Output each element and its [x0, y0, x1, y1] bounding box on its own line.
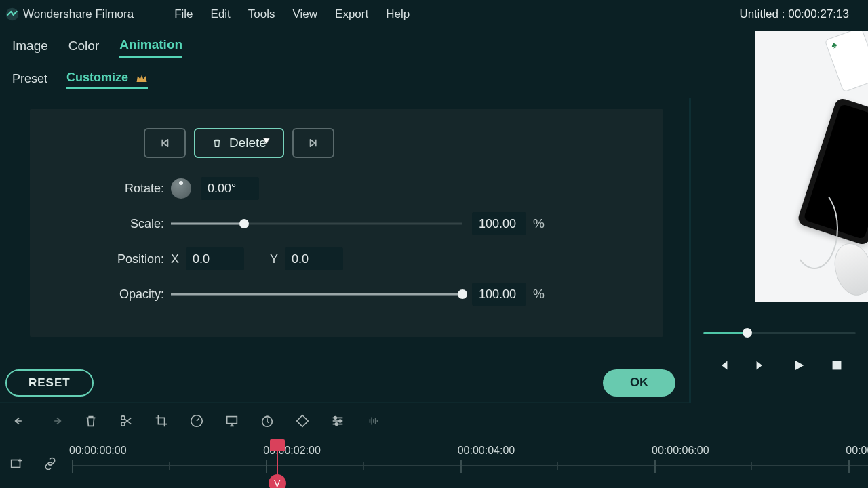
svg-rect-1: [832, 361, 841, 370]
scale-label: Scale:: [49, 217, 171, 231]
menu-file[interactable]: File: [174, 7, 193, 21]
opacity-label: Opacity:: [49, 287, 171, 302]
transport-controls: [691, 357, 868, 374]
keyframe-button[interactable]: [294, 413, 311, 429]
duration-button[interactable]: [259, 413, 275, 429]
subtab-preset[interactable]: Preset: [12, 72, 47, 89]
properties-column: Delete Rotate: Scale:: [0, 98, 689, 403]
reset-button[interactable]: RESET: [5, 369, 94, 396]
main-tabs: Image Color Animation: [0, 28, 868, 64]
add-track-button[interactable]: [8, 455, 24, 472]
speed-button[interactable]: [189, 413, 205, 429]
svg-rect-5: [227, 417, 237, 424]
time-label: 00:00:04:00: [458, 445, 515, 457]
redo-button[interactable]: [47, 413, 64, 429]
audio-button[interactable]: [365, 413, 381, 429]
panel-footer: RESET OK: [0, 363, 689, 403]
preview-canvas[interactable]: [755, 30, 868, 302]
link-icon: [43, 456, 58, 471]
skip-back-icon: [159, 137, 171, 149]
menu-items: File Edit Tools View Export Help: [174, 7, 410, 21]
step-forward-icon: [753, 358, 768, 373]
delete-button[interactable]: [83, 413, 99, 429]
rotate-label: Rotate:: [49, 182, 171, 196]
undo-button[interactable]: [12, 413, 28, 429]
preview-progress-thumb[interactable]: [743, 328, 752, 338]
preview-progress[interactable]: [703, 331, 856, 335]
play-button[interactable]: [790, 357, 808, 374]
scale-input[interactable]: [472, 212, 526, 235]
stopwatch-icon: [260, 413, 275, 428]
properties-panel: Delete Rotate: Scale:: [30, 109, 663, 337]
menubar: Wondershare Filmora File Edit Tools View…: [0, 0, 868, 28]
trash-icon: [83, 413, 98, 428]
timeline-toolbar: [0, 403, 868, 439]
link-button[interactable]: [42, 455, 58, 472]
menu-export[interactable]: Export: [335, 7, 368, 21]
subtab-customize[interactable]: Customize: [66, 70, 148, 89]
tab-image[interactable]: Image: [12, 39, 48, 58]
split-button[interactable]: [118, 413, 134, 429]
color-button[interactable]: [224, 413, 240, 429]
stop-icon: [829, 358, 844, 373]
crop-button[interactable]: [153, 413, 170, 429]
trash-icon: [212, 137, 222, 149]
sliders-icon: [330, 413, 345, 428]
menu-tools[interactable]: Tools: [248, 7, 275, 21]
opacity-input[interactable]: [472, 283, 526, 306]
position-x-label: X: [171, 252, 186, 266]
sub-tabs: Preset Customize: [0, 64, 868, 99]
menu-help[interactable]: Help: [386, 7, 410, 21]
position-x-input[interactable]: [186, 247, 244, 270]
timeline: 00:00:00:0000:00:02:0000:00:04:0000:00:0…: [0, 439, 868, 488]
position-y-label: Y: [270, 252, 285, 266]
speedometer-icon: [189, 413, 204, 428]
diamond-icon: [295, 413, 310, 428]
app-logo-icon: [5, 7, 19, 21]
time-label: 00:00:00:00: [69, 445, 127, 457]
skip-forward-icon: [307, 137, 319, 149]
rotate-input[interactable]: [201, 177, 259, 200]
playhead-handle[interactable]: V: [269, 474, 286, 488]
opacity-slider[interactable]: [171, 287, 462, 302]
position-row: Position: X Y: [49, 247, 644, 270]
undo-icon: [13, 413, 28, 428]
menu-view[interactable]: View: [293, 7, 318, 21]
ok-button[interactable]: OK: [603, 369, 675, 396]
time-label: 00:00:08:00: [846, 445, 868, 457]
step-forward-button[interactable]: [752, 357, 770, 374]
adjust-button[interactable]: [330, 413, 346, 429]
delete-label: Delete: [229, 136, 267, 150]
delete-keyframe-button[interactable]: Delete: [194, 128, 284, 158]
prev-keyframe-button[interactable]: [144, 128, 186, 158]
opacity-row: Opacity: %: [49, 283, 644, 306]
svg-point-7: [334, 417, 337, 420]
position-y-input[interactable]: [285, 247, 343, 270]
opacity-unit: %: [533, 287, 545, 302]
crop-icon: [154, 413, 169, 428]
add-track-icon: [9, 456, 24, 471]
step-back-button[interactable]: [714, 357, 732, 374]
playhead[interactable]: V: [277, 439, 278, 488]
scale-slider-thumb[interactable]: [239, 219, 249, 228]
scale-slider[interactable]: [171, 216, 462, 231]
menu-edit[interactable]: Edit: [211, 7, 231, 21]
stop-button[interactable]: [828, 357, 846, 374]
opacity-slider-thumb[interactable]: [458, 289, 467, 299]
tab-animation[interactable]: Animation: [119, 37, 182, 58]
svg-point-8: [339, 420, 342, 422]
screen-icon: [224, 413, 239, 428]
subtab-customize-label: Customize: [66, 70, 128, 84]
next-keyframe-button[interactable]: [292, 128, 334, 158]
rotate-row: Rotate:: [49, 177, 644, 200]
rotate-knob[interactable]: [171, 178, 191, 199]
scissors-icon: [119, 413, 134, 428]
scale-unit: %: [533, 216, 545, 231]
timeline-ruler[interactable]: 00:00:00:0000:00:02:0000:00:04:0000:00:0…: [72, 439, 868, 488]
preview-playing-card: [825, 30, 868, 92]
timeline-left-controls: [0, 439, 72, 488]
preview-cable: [791, 188, 838, 269]
tab-color[interactable]: Color: [68, 39, 99, 58]
time-label: 00:00:06:00: [652, 445, 709, 457]
app-name: Wondershare Filmora: [23, 7, 134, 21]
